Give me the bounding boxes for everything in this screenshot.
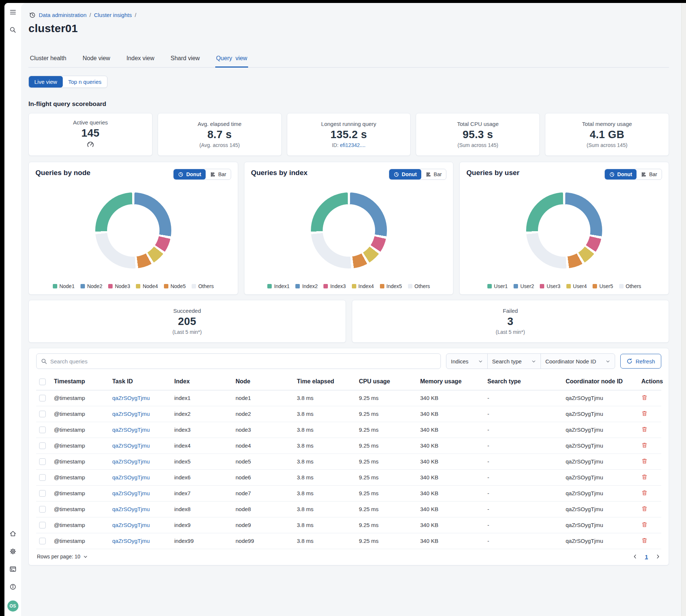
info-icon[interactable] <box>9 583 17 591</box>
avatar[interactable]: OS <box>7 600 18 612</box>
delete-query-button[interactable] <box>641 442 648 448</box>
legend-item[interactable]: Index5 <box>380 283 402 289</box>
delete-query-button[interactable] <box>641 521 648 528</box>
row-checkbox[interactable] <box>39 458 46 465</box>
donut-toggle-button[interactable]: Donut <box>174 169 205 179</box>
column-header-node[interactable]: Node <box>233 373 294 390</box>
row-checkbox[interactable] <box>39 442 46 449</box>
row-checkbox[interactable] <box>39 506 46 513</box>
tab-query-view[interactable]: Query view <box>215 52 248 68</box>
donut-toggle-label: Donut <box>402 171 416 177</box>
column-header-cpu-usage[interactable]: CPU usage <box>356 373 417 390</box>
column-header-coordinator-node-id[interactable]: Coordinator node ID <box>563 373 638 390</box>
donut-chart[interactable] <box>526 192 602 268</box>
rows-per-page[interactable]: Rows per page: 10 <box>37 554 88 559</box>
cell-task-id-link[interactable]: qaZrSOygTjmu <box>112 506 150 512</box>
cell-task-id-link[interactable]: qaZrSOygTjmu <box>112 395 150 401</box>
bar-toggle-button[interactable]: Bar <box>421 169 446 179</box>
delete-query-button[interactable] <box>641 474 648 480</box>
column-header-memory-usage[interactable]: Memory usage <box>417 373 484 390</box>
menu-icon[interactable] <box>9 8 17 16</box>
view-toggle-button[interactable]: Live view <box>29 76 63 88</box>
column-header-time-elapsed[interactable]: Time elapsed <box>294 373 356 390</box>
refresh-button[interactable]: Refresh <box>620 354 661 369</box>
scrollbar[interactable] <box>681 3 686 616</box>
legend-item[interactable]: Others <box>619 283 641 289</box>
column-header-actions[interactable]: Actions <box>638 373 661 390</box>
delete-query-button[interactable] <box>641 394 648 401</box>
tabs: Cluster healthNode viewIndex viewShard v… <box>28 52 669 68</box>
row-checkbox[interactable] <box>39 522 46 528</box>
delete-query-button[interactable] <box>641 410 648 417</box>
tab-shard-view[interactable]: Shard view <box>170 52 200 68</box>
breadcrumb-link-data-administration[interactable]: Data administration <box>39 12 86 18</box>
bar-toggle-button[interactable]: Bar <box>206 169 231 179</box>
row-checkbox[interactable] <box>39 538 46 544</box>
bar-toggle-button[interactable]: Bar <box>637 169 662 179</box>
delete-query-button[interactable] <box>641 490 648 496</box>
pagination: 1 <box>632 554 661 560</box>
row-checkbox[interactable] <box>39 490 46 497</box>
legend-item[interactable]: Others <box>408 283 430 289</box>
legend-item[interactable]: Index4 <box>352 283 374 289</box>
legend-item[interactable]: Node1 <box>53 283 75 289</box>
cell-task-id-link[interactable]: qaZrSOygTjmu <box>112 474 150 480</box>
delete-query-button[interactable] <box>641 426 648 432</box>
legend-item[interactable]: Node5 <box>164 283 186 289</box>
donut-toggle-button[interactable]: Donut <box>605 169 637 179</box>
filter-indices[interactable]: Indices <box>446 354 488 369</box>
donut-chart[interactable] <box>95 192 171 268</box>
legend-item[interactable]: User4 <box>566 283 587 289</box>
column-header-index[interactable]: Index <box>171 373 233 390</box>
view-toggle-button[interactable]: Top n queries <box>63 76 107 88</box>
tab-node-view[interactable]: Node view <box>82 52 111 68</box>
donut-toggle-button[interactable]: Donut <box>389 169 421 179</box>
delete-query-button[interactable] <box>641 537 648 544</box>
delete-query-button[interactable] <box>641 458 648 464</box>
cell-task-id-link[interactable]: qaZrSOygTjmu <box>112 427 150 433</box>
table-footer: Rows per page: 10 1 <box>36 549 661 561</box>
legend-item[interactable]: Others <box>192 283 214 289</box>
row-checkbox[interactable] <box>39 427 46 433</box>
search-icon[interactable] <box>9 26 17 34</box>
tab-cluster-health[interactable]: Cluster health <box>29 52 67 68</box>
row-checkbox[interactable] <box>39 395 46 401</box>
stat-note-link[interactable]: efi12342.... <box>340 142 366 148</box>
legend-item[interactable]: User3 <box>540 283 560 289</box>
cell-task-id-link[interactable]: qaZrSOygTjmu <box>112 458 150 465</box>
gear-icon[interactable] <box>9 547 17 555</box>
column-header-search-type[interactable]: Search type <box>484 373 563 390</box>
legend-item[interactable]: Index2 <box>295 283 318 289</box>
legend-item[interactable]: User1 <box>487 283 508 289</box>
legend-item[interactable]: User5 <box>593 283 613 289</box>
filter-coordinator-node-id[interactable]: Coordinator Node ID <box>541 354 615 369</box>
column-header-timestamp[interactable]: Timestamp <box>51 373 109 390</box>
cell-task-id-link[interactable]: qaZrSOygTjmu <box>112 522 150 528</box>
next-page-button[interactable] <box>655 554 661 559</box>
legend-item[interactable]: User2 <box>514 283 534 289</box>
pie-chart-icon <box>609 172 615 177</box>
legend-item[interactable]: Index3 <box>323 283 346 289</box>
cell-task-id-link[interactable]: qaZrSOygTjmu <box>112 490 150 496</box>
legend-item[interactable]: Index1 <box>267 283 289 289</box>
home-icon[interactable] <box>9 530 17 538</box>
prev-page-button[interactable] <box>632 554 638 559</box>
dev-console-icon[interactable] <box>9 565 17 573</box>
column-header-task-id[interactable]: Task ID <box>109 373 171 390</box>
legend-item[interactable]: Node3 <box>108 283 130 289</box>
row-checkbox[interactable] <box>39 474 46 481</box>
select-all-checkbox[interactable] <box>39 379 46 385</box>
donut-chart[interactable] <box>311 192 387 268</box>
breadcrumb-link-cluster-insights[interactable]: Cluster insights <box>94 12 132 18</box>
filter-search-type[interactable]: Search type <box>488 354 541 369</box>
row-checkbox[interactable] <box>39 411 46 417</box>
tab-index-view[interactable]: Index view <box>126 52 155 68</box>
cell-task-id-link[interactable]: qaZrSOygTjmu <box>112 442 150 449</box>
delete-query-button[interactable] <box>641 506 648 512</box>
cell-task-id-link[interactable]: qaZrSOygTjmu <box>112 411 150 417</box>
legend-item[interactable]: Node4 <box>136 283 158 289</box>
legend-item[interactable]: Node2 <box>80 283 102 289</box>
page-number[interactable]: 1 <box>645 554 648 560</box>
cell-task-id-link[interactable]: qaZrSOygTjmu <box>112 538 150 544</box>
search-input[interactable] <box>50 358 436 365</box>
